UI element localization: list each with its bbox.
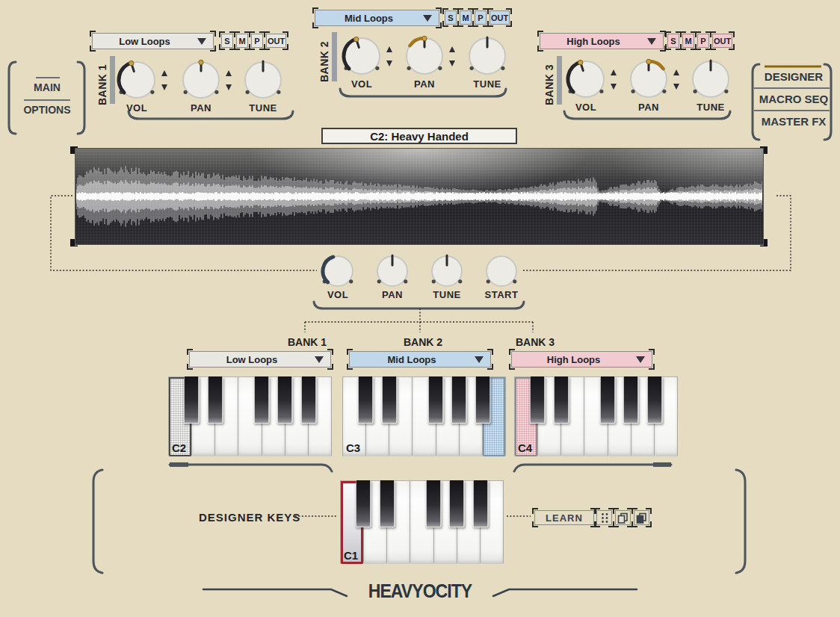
black-key[interactable] (553, 376, 569, 424)
bank2-loop-dropdown[interactable]: Mid Loops (315, 10, 439, 26)
up-arrow-icon (449, 46, 455, 52)
black-key[interactable] (207, 376, 223, 424)
learn-button[interactable]: LEARN (534, 510, 594, 525)
bank3-tune-knob[interactable]: TUNE (690, 58, 732, 100)
bank1-vol-knob[interactable]: VOL (116, 59, 158, 101)
grid-dots-button[interactable] (596, 510, 612, 525)
knob-face (565, 58, 607, 100)
bank3-pan-stepper[interactable] (671, 69, 681, 90)
down-arrow-icon (386, 61, 392, 66)
black-key[interactable] (451, 376, 467, 424)
loop-pan-knob[interactable]: PAN (375, 254, 410, 288)
bank2-purge-button[interactable]: P (475, 10, 487, 25)
black-key[interactable] (600, 376, 616, 424)
bank3-out-button[interactable]: OUT (712, 34, 732, 48)
bank2-vol-stepper[interactable] (384, 46, 394, 66)
bank2-pan-knob[interactable]: PAN (404, 35, 445, 77)
dropdown-arrow-icon (475, 356, 484, 363)
loop-vol-knob[interactable]: VOL (321, 254, 355, 288)
black-key[interactable] (530, 376, 546, 424)
bank3-loop-dropdown-bottom[interactable]: High Loops (511, 351, 652, 368)
bank1-vol-stepper[interactable] (159, 70, 169, 90)
bank3-vol-stepper[interactable] (608, 69, 618, 90)
black-key[interactable] (356, 480, 371, 527)
black-key[interactable] (379, 480, 395, 527)
bank2-solo-button[interactable]: S (445, 10, 457, 25)
bank1-loop-dropdown[interactable]: Low Loops (92, 33, 214, 49)
bank2-tune-knob[interactable]: TUNE (466, 35, 508, 77)
bank1-keyboard: C2 (168, 376, 332, 456)
root-key-label: C1 (344, 549, 358, 562)
bank2-row-label: BANK 2 (399, 336, 447, 348)
black-key[interactable] (184, 376, 200, 424)
bank2-title: BANK 2 (318, 41, 330, 82)
copy-icon (617, 512, 629, 524)
loop-start-knob[interactable]: START (484, 254, 519, 288)
bank1-solo-button[interactable]: S (221, 34, 233, 48)
black-key[interactable] (381, 376, 397, 424)
bank3-loop-dropdown[interactable]: High Loops (540, 33, 664, 49)
up-arrow-icon (673, 69, 679, 75)
bank3-mute-button[interactable]: M (682, 34, 694, 48)
bank1-mute-button[interactable]: M (236, 34, 248, 48)
black-key[interactable] (472, 480, 488, 527)
tab-designer[interactable]: DESIGNER (759, 70, 828, 83)
knob-face (341, 35, 383, 77)
knob-face (404, 35, 445, 77)
black-key[interactable] (623, 376, 639, 424)
dropdown-arrow-icon (647, 38, 656, 45)
black-key[interactable] (646, 376, 662, 424)
knob-face (180, 59, 222, 101)
grid-dots-icon (600, 512, 609, 524)
black-key[interactable] (428, 376, 444, 424)
bank3-keyboard: C4 (514, 376, 678, 456)
bank3-purge-button[interactable]: P (697, 34, 709, 48)
black-key[interactable] (449, 480, 465, 527)
knob-face (690, 58, 732, 100)
tab-master-fx[interactable]: MASTER FX (756, 115, 831, 128)
black-key[interactable] (277, 376, 293, 424)
bank1-pan-knob[interactable]: PAN (180, 59, 222, 101)
loop-tune-knob[interactable]: TUNE (430, 254, 464, 288)
knob-label: PAN (170, 102, 232, 114)
bank3-pan-knob[interactable]: PAN (628, 58, 670, 100)
bank2-out-button[interactable]: OUT (490, 10, 510, 25)
dropdown-arrow-icon (197, 38, 206, 45)
dropdown-arrow-icon (315, 356, 324, 363)
bank1-tune-knob[interactable]: TUNE (242, 59, 284, 101)
designer-keyboard: C1 (340, 480, 504, 564)
bank2-keyboard: C3 (342, 376, 506, 456)
black-key[interactable] (358, 376, 374, 424)
bank1-purge-button[interactable]: P (251, 34, 263, 48)
down-arrow-icon (449, 61, 455, 66)
knob-label: TUNE (232, 102, 294, 114)
paste-icon (636, 512, 647, 524)
bank1-out-button[interactable]: OUT (266, 34, 286, 48)
bank1-loop-dropdown-bottom[interactable]: Low Loops (189, 351, 331, 368)
black-key[interactable] (300, 376, 316, 424)
bank3-bar (557, 56, 562, 105)
main-button[interactable]: MAIN (27, 81, 67, 93)
black-key[interactable] (426, 480, 442, 527)
bank2-bar (332, 32, 337, 81)
options-button[interactable]: OPTIONS (17, 104, 77, 116)
down-arrow-icon (673, 84, 679, 90)
bank1-pan-stepper[interactable] (223, 70, 233, 90)
knob-face (628, 58, 670, 100)
black-key[interactable] (254, 376, 270, 424)
copy-button[interactable] (615, 510, 631, 525)
bank2-mute-button[interactable]: M (460, 10, 472, 25)
bank2-vol-knob[interactable]: VOL (341, 35, 383, 77)
bank3-vol-knob[interactable]: VOL (565, 58, 607, 100)
knob-label: VOL (105, 102, 168, 114)
root-key-label: C3 (346, 441, 360, 454)
dropdown-value: Low Loops (119, 36, 170, 47)
paste-button[interactable] (634, 510, 649, 525)
bank3-solo-button[interactable]: S (667, 34, 679, 48)
tab-macro-seq[interactable]: MACRO SEQ (755, 93, 833, 105)
bank2-pan-stepper[interactable] (447, 46, 457, 66)
black-key[interactable] (475, 376, 490, 424)
knob-label: VOL (310, 289, 365, 300)
root-key-label: C2 (172, 441, 186, 454)
bank2-loop-dropdown-bottom[interactable]: Mid Loops (349, 351, 491, 368)
